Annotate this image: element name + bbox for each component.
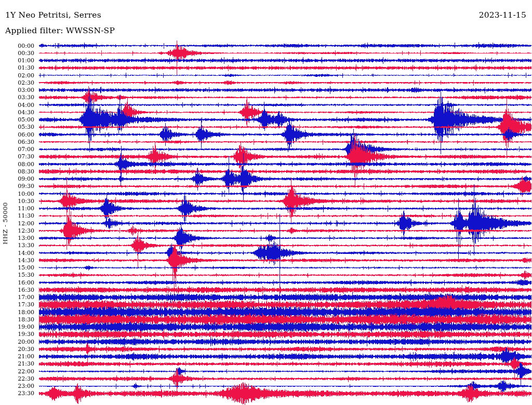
- time-label-0430: 04:30: [11, 110, 34, 115]
- time-label-1530: 15:30: [11, 272, 34, 278]
- time-label-0700: 07:00: [11, 146, 34, 152]
- time-label-2200: 22:00: [11, 369, 34, 374]
- helicorder-page: 1Y Neo Petritsi, Serres 2023-11-15 Appli…: [0, 0, 532, 405]
- time-label-1330: 13:30: [11, 242, 34, 248]
- time-label-1600: 16:00: [11, 280, 34, 286]
- time-label-0730: 07:30: [11, 154, 34, 159]
- time-label-1500: 15:00: [11, 265, 34, 271]
- time-label-0530: 05:30: [11, 124, 34, 130]
- time-label-0800: 08:00: [11, 161, 34, 167]
- time-label-0630: 06:30: [11, 139, 34, 145]
- time-label-0230: 02:30: [11, 80, 34, 86]
- time-label-2030: 20:30: [11, 346, 34, 352]
- time-label-0500: 05:00: [11, 117, 34, 123]
- time-label-1430: 14:30: [11, 258, 34, 263]
- time-label-0930: 09:30: [11, 183, 34, 189]
- time-label-2230: 22:30: [11, 376, 34, 382]
- time-label-0000: 00:00: [11, 43, 34, 49]
- time-label-1200: 12:00: [11, 221, 34, 226]
- helicorder-canvas: [0, 0, 532, 405]
- time-label-0130: 01:30: [11, 65, 34, 71]
- time-label-1830: 18:30: [11, 317, 34, 322]
- record-date: 2023-11-15: [479, 10, 526, 20]
- time-label-0200: 02:00: [11, 73, 34, 78]
- channel-scale-label: HHZ - 50000: [2, 202, 9, 244]
- time-label-2100: 21:00: [11, 354, 34, 359]
- time-label-0900: 09:00: [11, 176, 34, 182]
- time-label-1930: 19:30: [11, 331, 34, 337]
- time-label-1730: 17:30: [11, 302, 34, 307]
- time-label-1100: 11:00: [11, 206, 34, 211]
- time-label-2330: 23:30: [11, 390, 34, 396]
- time-label-1630: 16:30: [11, 287, 34, 293]
- time-label-1700: 17:00: [11, 294, 34, 300]
- applied-filter-label: Applied filter: WWSSN-SP: [5, 26, 115, 35]
- time-label-2000: 20:00: [11, 339, 34, 345]
- time-label-0300: 03:00: [11, 87, 34, 93]
- time-label-2130: 21:30: [11, 361, 34, 367]
- station-title: 1Y Neo Petritsi, Serres: [5, 10, 101, 20]
- time-label-0600: 06:00: [11, 132, 34, 138]
- time-label-1800: 18:00: [11, 309, 34, 315]
- time-label-1000: 10:00: [11, 191, 34, 197]
- time-label-0400: 04:00: [11, 102, 34, 108]
- time-label-1030: 10:30: [11, 198, 34, 204]
- time-label-1130: 11:30: [11, 213, 34, 219]
- time-label-0830: 08:30: [11, 169, 34, 174]
- time-label-0330: 03:30: [11, 95, 34, 100]
- time-label-1900: 19:00: [11, 324, 34, 330]
- time-label-2300: 23:00: [11, 383, 34, 389]
- time-label-1230: 12:30: [11, 228, 34, 234]
- time-label-1400: 14:00: [11, 250, 34, 256]
- time-label-1300: 13:00: [11, 235, 34, 241]
- time-label-0100: 01:00: [11, 58, 34, 63]
- time-label-0030: 00:30: [11, 50, 34, 56]
